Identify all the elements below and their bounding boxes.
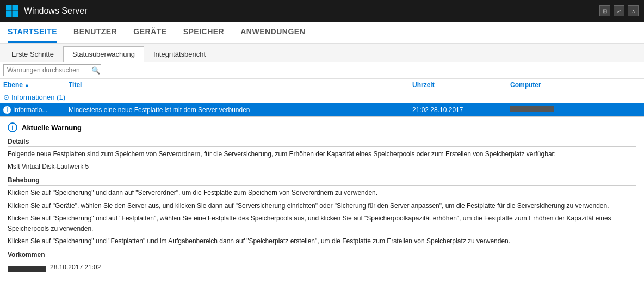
windows-logo-icon <box>5 4 18 17</box>
col-extra <box>608 81 641 89</box>
details-text1: Folgende neue Festplatten sind zum Speic… <box>8 149 636 159</box>
close-icon[interactable]: ∧ <box>628 5 639 16</box>
tab-erste-schritte[interactable]: Erste Schritte <box>2 46 63 62</box>
grid-icon[interactable]: ⊞ <box>599 5 610 16</box>
detail-pane: i Aktuelle Warnung Details Folgende neue… <box>0 116 644 284</box>
nav-bar: STARTSEITE BENUTZER GERÄTE SPEICHER ANWE… <box>0 22 644 44</box>
nav-item-geraete[interactable]: GERÄTE <box>133 27 166 43</box>
section-behebung-label: Behebung <box>8 176 636 186</box>
vorkommen-redacted <box>8 266 46 272</box>
behebung-text3: Klicken Sie auf "Speicherung" und auf "F… <box>8 213 636 234</box>
behebung-text2: Klicken Sie auf "Geräte", wählen Sie den… <box>8 201 636 211</box>
col-titel[interactable]: Titel <box>69 81 412 89</box>
time-cell: 21:02 28.10.2017 <box>412 106 510 114</box>
svg-rect-1 <box>13 5 18 11</box>
section-vorkommen-label: Vorkommen <box>8 251 636 260</box>
group-informationen[interactable]: ⊙ Informationen (1) <box>0 91 644 103</box>
group-label: Informationen (1) <box>11 93 65 101</box>
detail-info-icon: i <box>8 122 17 132</box>
computer-cell <box>510 106 608 114</box>
detail-title: Aktuelle Warnung <box>22 124 82 132</box>
col-ebene[interactable]: Ebene ▲ <box>3 81 69 89</box>
redacted-computer <box>510 106 554 112</box>
search-bar: 🔍 <box>0 62 644 79</box>
col-computer[interactable]: Computer <box>510 81 608 89</box>
search-button[interactable]: 🔍 <box>91 66 100 75</box>
nav-item-benutzer[interactable]: BENUTZER <box>73 27 117 43</box>
col-uhrzeit[interactable]: Uhrzeit <box>412 81 510 89</box>
tab-integritaetsbericht[interactable]: Integritätsbericht <box>144 46 215 62</box>
behebung-text1: Klicken Sie auf "Speicherung" und dann a… <box>8 188 636 198</box>
vorkommen-date: 28.10.2017 21:02 <box>50 262 101 273</box>
tab-statusueberwachung[interactable]: Statusüberwachung <box>63 46 144 62</box>
level-text: Informatio... <box>13 106 47 114</box>
chevron-icon: ⊙ <box>3 93 9 101</box>
nav-item-startseite[interactable]: STARTSEITE <box>8 27 57 43</box>
search-input[interactable] <box>3 64 101 76</box>
nav-links: STARTSEITE BENUTZER GERÄTE SPEICHER ANWE… <box>8 27 636 43</box>
detail-header: i Aktuelle Warnung <box>8 122 636 132</box>
top-bar: Windows Server ⊞ ⤢ ∧ <box>0 0 644 22</box>
top-bar-controls: ⊞ ⤢ ∧ <box>599 5 639 16</box>
nav-item-speicher[interactable]: SPEICHER <box>183 27 225 43</box>
table-header: Ebene ▲ Titel Uhrzeit Computer <box>0 79 644 91</box>
vorkommen-row: 28.10.2017 21:02 <box>8 262 636 275</box>
nav-item-anwendungen[interactable]: ANWENDUNGEN <box>240 27 305 43</box>
behebung-text4: Klicken Sie auf "Speicherung" und "Festp… <box>8 236 636 247</box>
tabs-bar: Erste Schritte Statusüberwachung Integri… <box>0 44 644 62</box>
app-title: Windows Server <box>24 6 87 16</box>
svg-rect-0 <box>6 5 12 11</box>
svg-rect-3 <box>13 11 18 17</box>
search-input-wrap: 🔍 <box>3 64 101 76</box>
info-icon: i <box>3 106 11 114</box>
svg-rect-2 <box>6 11 12 17</box>
expand-icon[interactable]: ⤢ <box>614 5 624 16</box>
table-row[interactable]: i Informatio... Mindestens eine neue Fes… <box>0 103 644 116</box>
title-cell: Mindestens eine neue Festplatte ist mit … <box>69 106 412 114</box>
details-text2: Msft Virtual Disk-Laufwerk 5 <box>8 162 636 172</box>
level-cell: i Informatio... <box>3 106 69 114</box>
section-details-label: Details <box>8 138 636 147</box>
sort-arrow-icon: ▲ <box>24 82 29 88</box>
